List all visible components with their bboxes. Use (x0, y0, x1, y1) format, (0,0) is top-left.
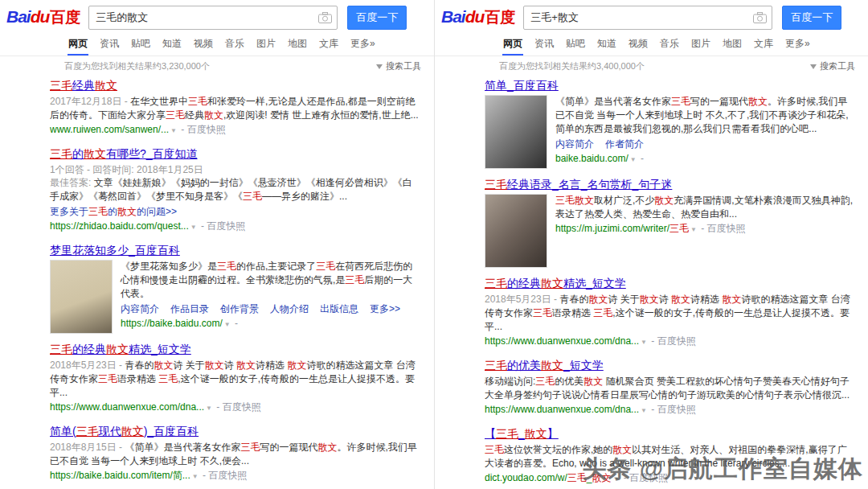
url-dropdown-icon[interactable]: ▼ (224, 321, 231, 328)
result-thumbnail[interactable] (485, 194, 547, 268)
result-title-link[interactable]: 梦里花落知多少_百度百科 (50, 244, 180, 257)
result-sub-link[interactable]: 作者简介 (605, 138, 644, 151)
search-result: 三毛的优美散文_短文学移动端访问:三毛的优美散文 随机聚合页 赞美工程款的坏心情… (485, 357, 855, 418)
result-sub-links: 内容简介作品目录创作背景人物介绍出版信息更多>> (121, 302, 421, 316)
stats-bar: 百度为您找到相关结果约3,230,000个 搜索工具 (0, 56, 434, 76)
result-title-link[interactable]: 简单_百度百科 (485, 79, 559, 92)
result-sub-link[interactable]: 创作背景 (220, 302, 259, 316)
url-dropdown-icon[interactable]: ▼ (630, 156, 637, 163)
tab-9[interactable]: 更多» (350, 37, 376, 55)
serp-panel-left: Baidu百度 百度一下 网页资讯贴吧知道视频音乐图片地图文库更多» 百度为您找… (0, 0, 434, 489)
tab-7[interactable]: 地图 (287, 37, 308, 55)
result-title-link[interactable]: 三毛经典语录_名言_名句赏析_句子迷 (485, 178, 672, 191)
result-sub-link[interactable]: 作品目录 (170, 302, 209, 316)
search-input[interactable] (88, 6, 338, 30)
tab-7[interactable]: 地图 (722, 37, 743, 55)
tabs: 网页资讯贴吧知道视频音乐图片地图文库更多» (435, 35, 868, 56)
search-tools-label: 搜索工具 (820, 60, 855, 72)
search-tools-button[interactable]: 搜索工具 (376, 60, 421, 72)
result-thumbnail[interactable] (485, 95, 547, 169)
result-sub-link[interactable]: 内容简介 (121, 302, 159, 316)
result-url: www.ruiwen.com/sanwen/... (50, 124, 169, 135)
tab-5[interactable]: 音乐 (224, 37, 245, 55)
header: Baidu百度 百度一下 (435, 0, 868, 35)
result-date: 最佳答案: (50, 177, 94, 188)
url-dropdown-icon[interactable]: ▼ (641, 407, 647, 414)
tab-8[interactable]: 文库 (318, 37, 339, 55)
tab-4[interactable]: 视频 (193, 37, 214, 55)
result-snapshot-link[interactable]: - 百度快照 (698, 223, 746, 234)
baidu-logo[interactable]: Baidu百度 (6, 7, 80, 28)
result-title-link[interactable]: 三毛的经典散文精选_短文学 (50, 343, 191, 355)
search-input[interactable] (523, 6, 772, 30)
url-dropdown-icon[interactable]: ▼ (206, 405, 212, 412)
result-snippet: 移动端访问:三毛的优美散文 随机聚合页 赞美工程款的坏心情句子赞美春天心情好句子… (485, 375, 855, 402)
result-snapshot-link[interactable]: - 百度快照 (199, 220, 246, 232)
result-sub-link[interactable]: 内容简介 (555, 138, 594, 151)
search-result: 三毛的经典散文精选_短文学2018年5月23日 - 青春的散文诗 关于散文诗 散… (485, 275, 855, 350)
tab-2[interactable]: 贴吧 (565, 37, 586, 55)
url-dropdown-icon[interactable]: ▼ (190, 224, 197, 231)
camera-icon[interactable] (318, 12, 332, 23)
tab-9[interactable]: 更多» (784, 37, 811, 55)
search-button[interactable]: 百度一下 (347, 6, 407, 30)
header: Baidu百度 百度一下 (0, 0, 434, 35)
result-snapshot-link[interactable]: - 百度快照 (178, 124, 226, 135)
result-date: 2018年5月23日 - (50, 360, 125, 371)
result-title-link[interactable]: 【三毛_散文】 (485, 427, 559, 440)
result-sub-link[interactable]: 人物介绍 (270, 302, 309, 316)
result-snapshot-link[interactable]: - 百度快照 (649, 404, 696, 415)
tab-6[interactable]: 图片 (690, 37, 711, 55)
result-snapshot-link[interactable]: - 百度快照 (649, 335, 696, 347)
search-result: 三毛经典散文2017年12月18日 - 在华文世界中三毛和张爱玲一样,无论是人还… (50, 77, 421, 138)
serp-panel-right: Baidu百度 百度一下 网页资讯贴吧知道视频音乐图片地图文库更多» 百度为您找… (434, 0, 868, 489)
logo-cn: 百度 (485, 9, 515, 26)
result-url: https://zhidao.baidu.com/quest... (50, 220, 189, 232)
search-tools-button[interactable]: 搜索工具 (810, 60, 855, 72)
baidu-logo[interactable]: Baidu百度 (441, 7, 515, 28)
tab-2[interactable]: 贴吧 (130, 37, 151, 55)
search-result: 三毛的经典散文精选_短文学2018年5月23日 - 青春的散文诗 关于散文诗 散… (50, 341, 421, 416)
tab-5[interactable]: 音乐 (659, 37, 680, 55)
result-sub-link[interactable]: 出版信息 (320, 302, 358, 316)
tab-3[interactable]: 知道 (162, 37, 182, 55)
url-dropdown-icon[interactable]: ▼ (192, 473, 199, 480)
url-dropdown-icon[interactable]: ▼ (170, 127, 177, 134)
url-dropdown-icon[interactable]: ▼ (641, 339, 647, 346)
tab-1[interactable]: 资讯 (99, 37, 120, 55)
result-snippet: 2018年5月23日 - 青春的散文诗 关于散文诗 散文诗精选 散文诗歌的精选这… (50, 359, 421, 400)
tab-3[interactable]: 知道 (596, 37, 617, 55)
search-button[interactable]: 百度一下 (782, 6, 841, 30)
result-title-link[interactable]: 三毛经典散文 (50, 79, 117, 92)
logo-bai: Bai (6, 7, 31, 26)
tab-8[interactable]: 文库 (753, 37, 774, 55)
url-dropdown-icon[interactable]: ▼ (690, 226, 697, 233)
result-title-link[interactable]: 三毛的优美散文_短文学 (485, 359, 604, 372)
tab-1[interactable]: 资讯 (534, 37, 555, 55)
tab-6[interactable]: 图片 (256, 37, 276, 55)
tab-4[interactable]: 视频 (628, 37, 649, 55)
camera-icon[interactable] (753, 12, 767, 23)
result-snippet: 三毛散文取材广泛,不少散文充满异国情调,文笔朴素浪漫而又独具神韵,表达了热爱人类… (555, 194, 855, 221)
result-stats: 百度为您找到相关结果约3,400,000个 (499, 60, 645, 72)
result-sub-links: 内容简介作者简介 (555, 138, 855, 151)
result-snapshot-link[interactable]: - 百度快照 (200, 470, 248, 481)
result-sub-link[interactable]: 更多>> (370, 302, 400, 316)
tab-0[interactable]: 网页 (502, 37, 523, 55)
search-result: 简单(三毛现代散文)_百度百科2018年8月15日 - 《简单》是当代著名女作家… (50, 423, 421, 484)
logo-bai: Bai (441, 7, 465, 26)
result-title-link[interactable]: 三毛的经典散文精选_短文学 (485, 277, 626, 290)
result-date: 2018年8月15日 - (50, 442, 125, 453)
result-title-link[interactable]: 简单(三毛现代散文)_百度百科 (50, 425, 199, 438)
result-url: https://baike.baidu.com/ (121, 318, 223, 329)
result-stats: 百度为您找到相关结果约3,230,000个 (64, 60, 210, 72)
result-date: 2018年5月23日 - (485, 294, 559, 305)
result-thumbnail[interactable] (50, 260, 113, 334)
logo-du: du (31, 7, 50, 26)
result-url-dash: - (638, 153, 644, 164)
result-snapshot-link[interactable]: - 百度快照 (214, 401, 261, 413)
result-title-link[interactable]: 三毛的散文有哪些?_百度知道 (50, 147, 198, 160)
result-more-link[interactable]: 更多关于三毛的散文的问题>> (50, 205, 177, 219)
page: Baidu百度 百度一下 网页资讯贴吧知道视频音乐图片地图文库更多» 百度为您找… (0, 0, 868, 489)
tab-0[interactable]: 网页 (68, 37, 88, 55)
